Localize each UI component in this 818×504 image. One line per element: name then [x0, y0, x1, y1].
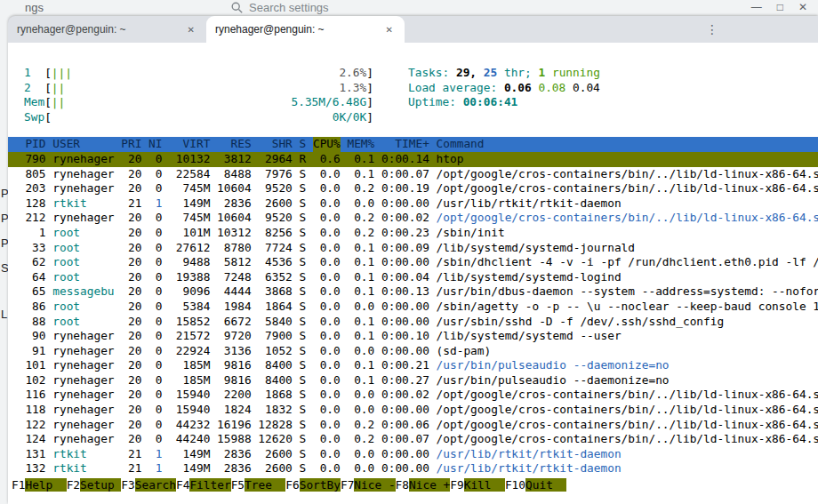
- fkey-f7[interactable]: F7Nice -: [341, 478, 396, 493]
- close-icon[interactable]: ✕: [798, 0, 807, 15]
- cell-mem: 0.2: [347, 211, 374, 226]
- column-header-user[interactable]: USER: [52, 137, 114, 152]
- cell-pri: 20: [121, 152, 141, 167]
- cell-cmd: /opt/google/cros-containers/bin/../lib/l…: [437, 167, 818, 182]
- terminal-tab[interactable]: rynehager@penguin: ~✕: [8, 16, 206, 43]
- process-row[interactable]: 62root200948858124536S0.00.10:00.00/sbin…: [8, 255, 818, 270]
- cell-res: 6672: [217, 315, 252, 330]
- terminal-screen[interactable]: 1 [|||2.6%]2 [||1.3%]Mem[||5.35M/6.48G]S…: [8, 43, 818, 504]
- cell-ni: 0: [148, 284, 162, 300]
- tab-title: rynehager@penguin: ~: [17, 23, 180, 36]
- terminal-tab[interactable]: rynehager@penguin: ~✕: [206, 16, 405, 43]
- cell-user: rynehager: [52, 181, 114, 196]
- fkey-number: F1: [12, 478, 25, 492]
- search-placeholder: Search settings: [249, 1, 329, 14]
- cell-time: 0:00.00: [381, 255, 429, 270]
- column-header-res[interactable]: RES: [217, 137, 252, 152]
- cell-cpu: 0.0: [313, 358, 341, 373]
- cell-cpu: 0.0: [313, 167, 341, 182]
- fkey-f9[interactable]: F9Kill: [450, 478, 505, 493]
- process-row[interactable]: 102rynehager200185M98168400S0.00.10:00.2…: [8, 373, 818, 388]
- cell-time: 0:00.00: [381, 461, 429, 476]
- menu-button[interactable]: ⋮: [702, 16, 723, 43]
- process-row[interactable]: 790rynehager2001013238122964R0.60.10:00.…: [8, 152, 818, 167]
- cell-res: 1824: [217, 403, 252, 418]
- process-row[interactable]: 124rynehager200442401598812620S0.00.20:0…: [8, 432, 818, 447]
- process-row[interactable]: 805rynehager2002258484887976S0.00.10:00.…: [8, 167, 818, 182]
- cell-shr: 9520: [258, 211, 293, 226]
- process-row[interactable]: 33root2002761287807724S0.00.10:00.09/lib…: [8, 241, 818, 256]
- column-header-mem[interactable]: MEM%: [347, 137, 374, 152]
- column-header-pri[interactable]: PRI: [121, 137, 141, 152]
- meter-open-bracket: [: [44, 81, 52, 94]
- process-row[interactable]: 128rtkit211149M28362600S0.00.00:00.00/us…: [8, 196, 818, 212]
- process-row[interactable]: 86root200538419841864S0.00.00:00.00/sbin…: [8, 300, 818, 315]
- column-header-ni[interactable]: NI: [148, 137, 162, 152]
- process-row[interactable]: 1root200101M103128256S0.00.20:00.23/sbin…: [8, 226, 818, 241]
- cell-user: rynehager: [52, 418, 114, 433]
- cell-shr: 8256: [258, 226, 293, 241]
- settings-title-fragment: ngs: [25, 1, 44, 14]
- sidebar-item-fragment: L: [1, 308, 7, 321]
- settings-search[interactable]: Search settings: [231, 1, 329, 14]
- process-row[interactable]: 212rynehager200745M106049520S0.00.20:00.…: [8, 211, 818, 226]
- cell-time: 0:00.00: [381, 447, 429, 462]
- process-row[interactable]: 91rynehager2002292431361052S0.00.00:00.0…: [8, 344, 818, 359]
- process-row[interactable]: 64root2001938872486352S0.00.10:00.04/lib…: [8, 270, 818, 285]
- fkey-f8[interactable]: F8Nice +: [396, 478, 451, 493]
- fkey-f6[interactable]: F6SortBy: [285, 478, 341, 493]
- cell-virt: 27612: [169, 241, 210, 256]
- cell-time: 0:00.00: [381, 344, 429, 359]
- fkey-f5[interactable]: F5Tree: [231, 478, 286, 493]
- column-header-virt[interactable]: VIRT: [169, 137, 210, 152]
- cell-s: S: [300, 181, 307, 196]
- fkey-label: Search: [135, 478, 176, 492]
- column-header-s[interactable]: S: [300, 137, 307, 152]
- cell-virt: 10132: [169, 152, 210, 167]
- cell-shr: 8400: [258, 373, 293, 388]
- process-row[interactable]: 90rynehager2002157297207900S0.00.10:00.1…: [8, 329, 818, 344]
- process-row[interactable]: 88root2001585266725840S0.00.10:00.00/usr…: [8, 315, 818, 330]
- process-row[interactable]: 65messagebu200909644443868S0.00.10:00.13…: [8, 284, 818, 300]
- process-row[interactable]: 122rynehager200442321619612828S0.00.20:0…: [8, 418, 818, 433]
- cell-time: 0:00.02: [381, 388, 429, 403]
- process-row[interactable]: 101rynehager200185M98168400S0.00.10:00.2…: [8, 358, 818, 373]
- tab-close-icon[interactable]: ✕: [383, 24, 396, 36]
- cell-shr: 3868: [258, 284, 293, 300]
- cell-pid: 90: [12, 329, 46, 344]
- process-row[interactable]: 132rtkit211149M28362600S0.00.00:00.00/us…: [8, 461, 818, 476]
- meter-swp: Swp[0K/0K]: [24, 110, 818, 125]
- cell-cmd: /lib/systemd/systemd --user: [437, 329, 622, 344]
- fkey-f4[interactable]: F4Filter: [176, 478, 231, 493]
- column-header-shr[interactable]: SHR: [258, 137, 293, 152]
- cell-time: 0:00.00: [381, 315, 429, 330]
- cell-cmd: /usr/lib/rtkit/rtkit-daemon: [437, 447, 622, 462]
- cell-s: S: [300, 432, 307, 447]
- cell-res: 2836: [217, 196, 252, 212]
- fkey-f1[interactable]: F1Help: [12, 478, 67, 493]
- tab-close-icon[interactable]: ✕: [185, 24, 197, 36]
- fkey-number: F2: [67, 478, 80, 492]
- cell-mem: 0.0: [347, 461, 374, 476]
- process-row[interactable]: 118rynehager2001594018241832S0.00.00:00.…: [8, 403, 818, 418]
- process-row[interactable]: 203rynehager200745M106049520S0.00.20:00.…: [8, 181, 818, 196]
- column-header-cpu[interactable]: CPU%: [313, 137, 341, 152]
- cell-user: rynehager: [52, 211, 114, 226]
- threads-count: 25: [484, 66, 497, 79]
- maximize-icon[interactable]: □: [777, 0, 783, 15]
- fkey-f3[interactable]: F3Search: [121, 478, 176, 493]
- column-header-time[interactable]: TIME+: [381, 137, 429, 152]
- column-header-pid[interactable]: PID: [12, 137, 46, 152]
- process-row[interactable]: 131rtkit211149M28362600S0.00.00:00.00/us…: [8, 447, 818, 462]
- cell-cmd: /usr/bin/pulseaudio --daemonize=no: [437, 373, 670, 388]
- column-header-cmd[interactable]: Command: [437, 137, 485, 152]
- cell-mem: 0.0: [347, 403, 374, 418]
- fkey-f2[interactable]: F2Setup: [67, 478, 122, 493]
- process-row[interactable]: 116rynehager2001594022001868S0.00.00:00.…: [8, 388, 818, 403]
- minimize-icon[interactable]: —: [751, 0, 762, 15]
- cell-shr: 7900: [258, 329, 293, 344]
- cell-cpu: 0.0: [313, 255, 341, 270]
- fkey-f10[interactable]: F10Quit: [505, 478, 566, 493]
- cell-cpu: 0.0: [313, 226, 341, 241]
- cell-pri: 20: [121, 403, 141, 418]
